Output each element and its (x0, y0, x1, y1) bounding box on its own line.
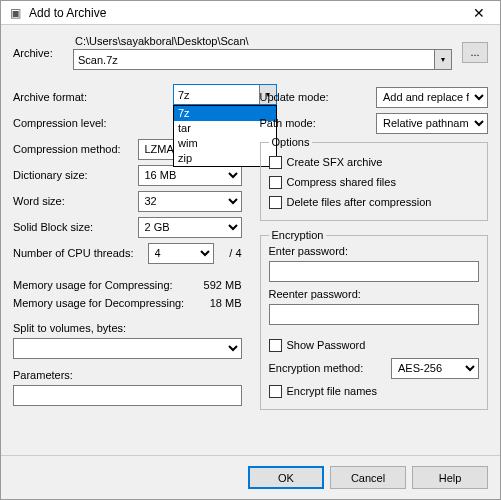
options-legend: Options (269, 136, 313, 148)
path-mode-select[interactable]: Relative pathnames (376, 113, 488, 134)
shared-label: Compress shared files (287, 176, 396, 188)
encrypt-names-label: Encrypt file names (287, 385, 377, 397)
word-size-row: Word size: 32 (13, 188, 242, 214)
encryption-method-label: Encryption method: (269, 362, 392, 374)
mem-compress-row: Memory usage for Compressing: 592 MB (13, 276, 242, 294)
word-size-select[interactable]: 32 (138, 191, 242, 212)
mem-decompress-label: Memory usage for Decompressing: (13, 297, 210, 309)
sfx-label: Create SFX archive (287, 156, 383, 168)
delete-after-checkbox[interactable] (269, 196, 282, 209)
show-password-checkbox[interactable] (269, 339, 282, 352)
show-password-label: Show Password (287, 339, 366, 351)
update-mode-select[interactable]: Add and replace files (376, 87, 488, 108)
dialog-content: Archive: C:\Users\sayakboral\Desktop\Sca… (1, 25, 500, 455)
path-mode-label: Path mode: (260, 117, 377, 129)
button-bar: OK Cancel Help (1, 455, 500, 499)
left-column: Archive format: Compression level: Compr… (13, 84, 242, 418)
options-group: Options Create SFX archive Compress shar… (260, 136, 489, 221)
archive-label: Archive: (13, 47, 73, 59)
compression-method-label: Compression method: (13, 143, 138, 155)
solid-block-size-row: Solid Block size: 2 GB (13, 214, 242, 240)
parameters-input[interactable] (13, 385, 242, 406)
archive-dropdown-button[interactable]: ▾ (435, 49, 452, 70)
ok-button[interactable]: OK (248, 466, 324, 489)
update-mode-label: Update mode: (260, 91, 377, 103)
titlebar: ▣ Add to Archive ✕ (1, 1, 500, 25)
cpu-threads-total: / 4 (214, 247, 242, 259)
close-button[interactable]: ✕ (458, 1, 500, 25)
enter-password-input[interactable] (269, 261, 480, 282)
encryption-group: Encryption Enter password: Reenter passw… (260, 229, 489, 410)
parameters-label: Parameters: (13, 369, 242, 385)
solid-block-size-label: Solid Block size: (13, 221, 138, 233)
right-column: Update mode: Add and replace files Path … (260, 84, 489, 418)
shared-checkbox[interactable] (269, 176, 282, 189)
dictionary-size-select[interactable]: 16 MB (138, 165, 242, 186)
browse-button[interactable]: ... (462, 42, 488, 63)
archive-format-value: 7z (178, 89, 190, 101)
cpu-threads-label: Number of CPU threads: (13, 247, 148, 259)
add-to-archive-window: ▣ Add to Archive ✕ Archive: C:\Users\say… (0, 0, 501, 500)
dictionary-size-label: Dictionary size: (13, 169, 138, 181)
mem-decompress-value: 18 MB (210, 297, 242, 309)
cpu-threads-select[interactable]: 4 (148, 243, 214, 264)
mem-compress-label: Memory usage for Compressing: (13, 279, 204, 291)
archive-path: C:\Users\sayakboral\Desktop\Scan\ (73, 35, 452, 49)
cpu-threads-row: Number of CPU threads: 4 / 4 (13, 240, 242, 266)
reenter-password-input[interactable] (269, 304, 480, 325)
sfx-checkbox[interactable] (269, 156, 282, 169)
delete-after-label: Delete files after compression (287, 196, 432, 208)
path-mode-row: Path mode: Relative pathnames (260, 110, 489, 136)
help-button[interactable]: Help (412, 466, 488, 489)
enter-password-label: Enter password: (269, 245, 480, 261)
solid-block-size-select[interactable]: 2 GB (138, 217, 242, 238)
split-label: Split to volumes, bytes: (13, 322, 242, 338)
app-icon: ▣ (7, 5, 23, 21)
cancel-button[interactable]: Cancel (330, 466, 406, 489)
encryption-method-select[interactable]: AES-256 (391, 358, 479, 379)
encryption-legend: Encryption (269, 229, 327, 241)
split-select[interactable] (13, 338, 242, 359)
update-mode-row: Update mode: Add and replace files (260, 84, 489, 110)
mem-compress-value: 592 MB (204, 279, 242, 291)
reenter-password-label: Reenter password: (269, 288, 480, 304)
encrypt-names-checkbox[interactable] (269, 385, 282, 398)
window-title: Add to Archive (29, 6, 458, 20)
word-size-label: Word size: (13, 195, 138, 207)
mem-decompress-row: Memory usage for Decompressing: 18 MB (13, 294, 242, 312)
archive-filename-input[interactable] (73, 49, 435, 70)
archive-row: Archive: C:\Users\sayakboral\Desktop\Sca… (13, 35, 488, 70)
